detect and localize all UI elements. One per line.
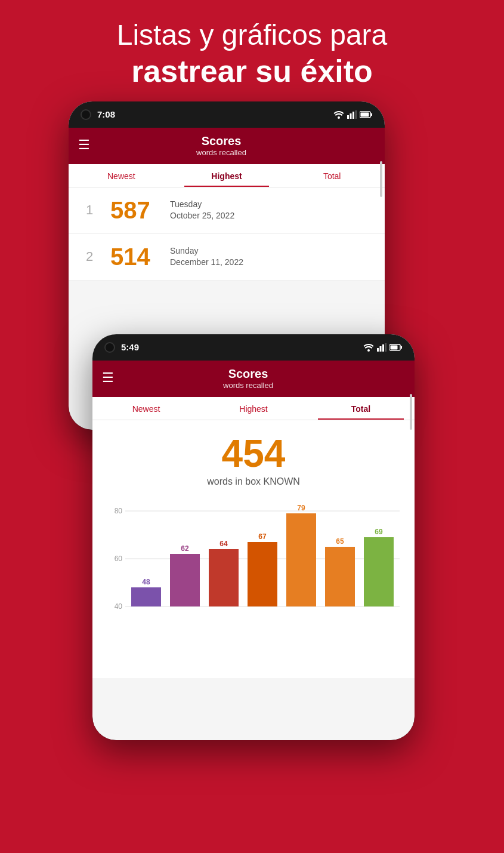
app-bar-1: ☰ Scores words recalled (69, 128, 385, 164)
hero-line1: Listas y gráficos para (24, 18, 480, 53)
hero-line2: rastrear su éxito (24, 53, 480, 90)
score-date-1: Tuesday October 25, 2022 (170, 199, 234, 222)
app-bar-title-1: Scores words recalled (100, 134, 343, 157)
score-list-1: 1 587 Tuesday October 25, 2022 2 514 Sun… (69, 187, 385, 281)
svg-text:60: 60 (115, 555, 123, 563)
menu-icon-2[interactable]: ☰ (102, 371, 114, 384)
wifi-icon-1 (333, 110, 344, 119)
bar-3 (209, 549, 239, 606)
chart-svg-container: 80 60 40 48 62 64 (104, 499, 403, 678)
svg-rect-15 (401, 346, 402, 349)
bar-6 (325, 547, 355, 606)
app-title-2: Scores (123, 367, 373, 381)
score-date-2: Sunday December 11, 2022 (170, 245, 243, 269)
tab-highest-1[interactable]: Highest (174, 164, 280, 187)
bar-5 (286, 513, 316, 606)
tabs-1: Newest Highest Total (69, 164, 385, 187)
score-row-2: 2 514 Sunday December 11, 2022 (69, 234, 385, 281)
svg-text:62: 62 (181, 544, 189, 553)
svg-rect-6 (361, 112, 369, 116)
rank-2: 2 (81, 249, 98, 264)
svg-text:48: 48 (142, 578, 150, 586)
status-bar-1: 7:08 (69, 101, 385, 128)
svg-rect-11 (382, 344, 384, 352)
svg-rect-12 (385, 343, 387, 352)
app-bar-2: ☰ Scores words recalled (92, 361, 415, 397)
svg-text:67: 67 (258, 532, 267, 541)
svg-rect-1 (347, 115, 349, 119)
bar-7 (364, 537, 394, 606)
status-bar-2: 5:49 (92, 334, 415, 361)
svg-rect-14 (391, 345, 398, 349)
app-title-1: Scores (100, 134, 343, 148)
svg-text:69: 69 (375, 528, 383, 536)
battery-icon-1 (360, 111, 373, 118)
tab-total-2[interactable]: Total (307, 397, 415, 420)
svg-rect-9 (377, 348, 379, 352)
hero-section: Listas y gráficos para rastrear su éxito (0, 0, 504, 101)
svg-rect-2 (350, 113, 352, 119)
score-value-1: 587 (110, 197, 158, 224)
svg-point-8 (367, 349, 370, 352)
phones-container: 7:08 (0, 101, 504, 818)
signal-icon-1 (347, 110, 357, 119)
app-subtitle-2: words recalled (123, 381, 373, 390)
time-1: 7:08 (97, 109, 115, 119)
wifi-icon-2 (363, 343, 374, 352)
svg-rect-3 (353, 112, 354, 119)
battery-icon-2 (389, 344, 403, 351)
status-icons-1 (333, 110, 373, 119)
time-2: 5:49 (121, 342, 139, 352)
status-icons-2 (363, 343, 403, 352)
bar-chart: 80 60 40 48 62 64 (104, 499, 403, 672)
score-value-2: 514 (110, 244, 158, 270)
tab-newest-2[interactable]: Newest (92, 397, 200, 420)
svg-rect-10 (380, 346, 382, 352)
rank-1: 1 (81, 202, 98, 218)
chart-area: 80 60 40 48 62 64 (92, 493, 415, 678)
svg-text:79: 79 (297, 504, 305, 512)
bar-2 (170, 554, 200, 606)
tabs-2: Newest Highest Total (92, 397, 415, 420)
scroll-indicator-1 (380, 161, 382, 197)
phone-2: 5:49 (92, 334, 415, 740)
app-bar-title-2: Scores words recalled (123, 367, 373, 390)
scroll-indicator-2 (410, 394, 412, 430)
phone-2-screen: 5:49 (92, 334, 415, 740)
tab-newest-1[interactable]: Newest (69, 164, 174, 187)
svg-text:64: 64 (219, 540, 228, 548)
score-row-1: 1 587 Tuesday October 25, 2022 (69, 187, 385, 234)
svg-rect-7 (371, 113, 372, 116)
camera-2 (104, 342, 115, 353)
app-subtitle-1: words recalled (100, 148, 343, 157)
total-label: words in box KNOWN (104, 476, 403, 487)
svg-text:40: 40 (115, 602, 123, 611)
signal-icon-2 (377, 343, 386, 352)
total-number: 454 (104, 435, 403, 473)
total-content: 454 words in box KNOWN (92, 420, 415, 493)
camera-1 (81, 109, 91, 120)
svg-rect-4 (355, 110, 357, 119)
menu-icon-1[interactable]: ☰ (78, 138, 90, 152)
tab-highest-2[interactable]: Highest (200, 397, 307, 420)
svg-text:80: 80 (115, 507, 123, 515)
svg-text:65: 65 (336, 537, 344, 546)
tab-total-1[interactable]: Total (279, 164, 385, 187)
bar-1 (131, 587, 161, 606)
bar-4 (248, 542, 277, 606)
svg-point-0 (338, 116, 340, 119)
